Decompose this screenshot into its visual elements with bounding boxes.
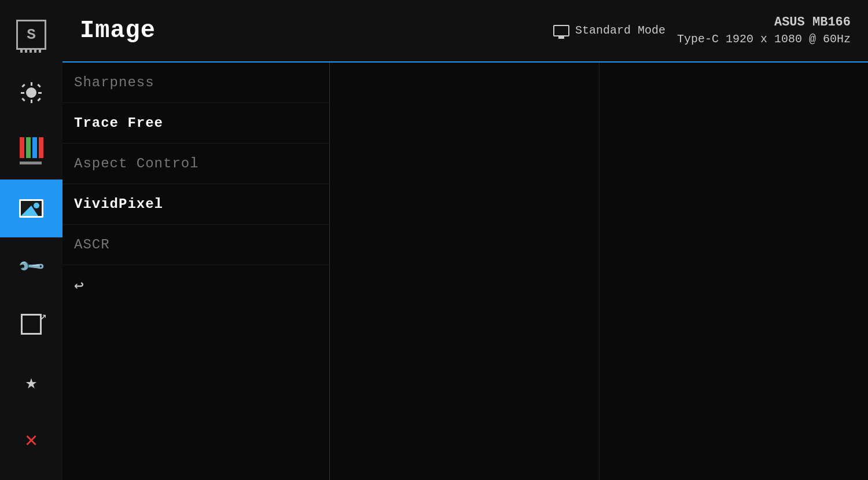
- sharpness-label: Sharpness: [74, 75, 155, 90]
- menu-item-sharpness[interactable]: Sharpness: [62, 63, 329, 103]
- menu-item-ascr[interactable]: ASCR: [62, 225, 329, 265]
- right-panel-2: [599, 63, 869, 480]
- shortcut-icon: ↗: [21, 314, 42, 335]
- page-title: Image: [80, 17, 156, 45]
- device-info: ASUS MB166 Type-C 1920 x 1080 @ 60Hz: [677, 14, 851, 48]
- header-info: Standard Mode ASUS MB166 Type-C 1920 x 1…: [553, 14, 851, 48]
- sidebar-item-brightness[interactable]: [0, 64, 62, 122]
- sidebar-item-myfavorite[interactable]: ★: [0, 353, 62, 411]
- aspect-control-label: Aspect Control: [74, 156, 199, 171]
- sidebar-item-image[interactable]: [0, 179, 62, 237]
- menu-item-vividpixel[interactable]: VividPixel: [62, 184, 329, 225]
- menu-panel: Sharpness Trace Free Aspect Control Vivi…: [62, 63, 330, 480]
- mode-label: Standard Mode: [575, 24, 665, 37]
- trace-free-label: Trace Free: [74, 115, 163, 131]
- star-icon: ★: [25, 370, 37, 394]
- brightness-icon: [21, 82, 42, 103]
- brightness-circle: [26, 87, 36, 98]
- device-model: ASUS MB166: [677, 14, 851, 32]
- sidebar-item-color[interactable]: [0, 122, 62, 179]
- close-icon: ✕: [25, 427, 38, 453]
- menu-item-trace-free[interactable]: Trace Free: [62, 103, 329, 144]
- sidebar: S: [0, 0, 62, 480]
- sidebar-item-splendid[interactable]: S: [0, 6, 62, 64]
- header: Image Standard Mode ASUS MB166 Type-C 19…: [62, 0, 868, 63]
- sidebar-item-shortcut[interactable]: ↗: [0, 295, 62, 353]
- menu-item-aspect-control[interactable]: Aspect Control: [62, 144, 329, 184]
- back-icon: ↩: [74, 276, 84, 295]
- right-panel-1: [330, 63, 599, 480]
- monitor-icon: [553, 25, 569, 36]
- content-area: Sharpness Trace Free Aspect Control Vivi…: [62, 63, 868, 480]
- wrench-icon: 🔧: [16, 251, 46, 281]
- device-connection: Type-C 1920 x 1080 @ 60Hz: [677, 31, 851, 47]
- color-bars-icon: [20, 137, 43, 164]
- sidebar-item-system[interactable]: 🔧: [0, 237, 62, 295]
- image-icon: [19, 199, 43, 218]
- right-panels: [330, 63, 868, 480]
- splendid-icon: S: [16, 20, 46, 50]
- main-content: Image Standard Mode ASUS MB166 Type-C 19…: [62, 0, 868, 480]
- back-button[interactable]: ↩: [62, 265, 329, 306]
- sidebar-item-close[interactable]: ✕: [0, 411, 62, 469]
- display-mode: Standard Mode: [553, 24, 665, 37]
- vividpixel-label: VividPixel: [74, 196, 163, 212]
- ascr-label: ASCR: [74, 237, 110, 252]
